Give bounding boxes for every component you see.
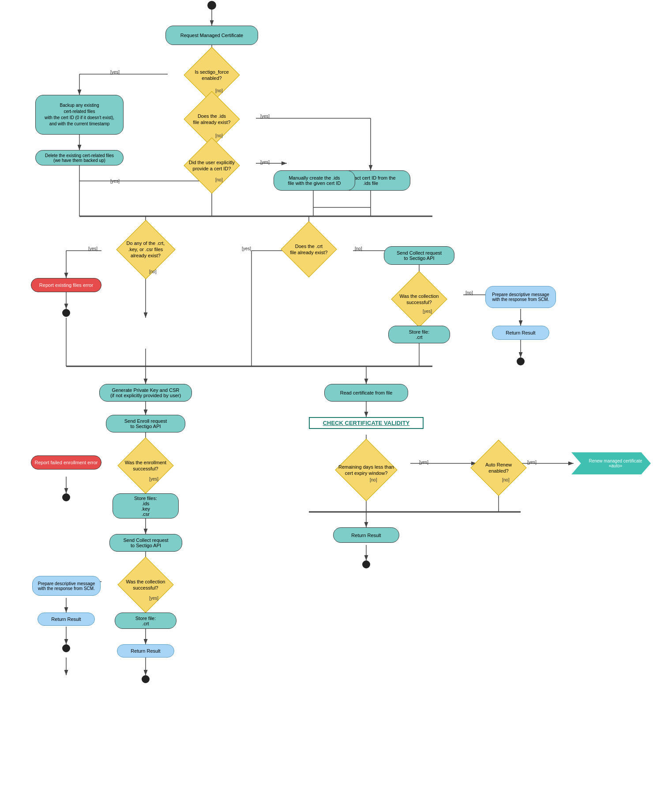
return-result-left-fail-node: Return Result <box>38 613 95 626</box>
return-result-right-node: Return Result <box>492 326 549 340</box>
any-exist-no-label: [no] <box>149 269 157 274</box>
store-crt-right-node: Store file:.crt <box>388 326 450 343</box>
does-crt-exist-diamond: Does the .crtfile already exist? <box>265 227 353 271</box>
terminal-existing-files <box>62 309 70 317</box>
sectigo-force-yes-label: [yes] <box>110 70 120 75</box>
does-ids-exist-diamond: Does the .idsfile already exist? <box>165 97 258 141</box>
read-cert-label: Read certificate from file <box>340 390 393 395</box>
store-ids-key-csr-label: Store files:.ids.key.csr <box>134 496 157 517</box>
manually-create-ids-label: Manually create the .idsfile with the gi… <box>288 175 341 186</box>
remaining-days-yes-label: [yes] <box>419 460 428 465</box>
check-cert-validity-label: CHECK CERTIFICATE VALIDITY <box>323 420 410 426</box>
return-result-right-label: Return Result <box>506 330 535 335</box>
any-exist-yes-label: [yes] <box>88 246 98 251</box>
read-cert-node: Read certificate from file <box>324 384 408 402</box>
store-crt-right-label: Store file:.crt <box>409 329 429 340</box>
generate-key-csr-node: Generate Private Key and CSR(if not expl… <box>99 384 192 402</box>
send-enroll-label: Send Enroll requestto Sectigo API <box>124 418 167 429</box>
collection-left-yes-label: [yes] <box>149 596 158 601</box>
user-provide-no-label: [no] <box>215 177 223 182</box>
return-result-left-fail-label: Return Result <box>51 617 81 622</box>
delete-existing-node: Delete the existing cert-related files(w… <box>35 150 124 165</box>
flowchart: Request Managed Certificate Is sectigo_f… <box>0 0 653 812</box>
request-managed-cert-label: Request Managed Certificate <box>180 33 243 38</box>
yes-label-ids-path: [yes] <box>110 179 120 184</box>
return-result-bottom-node: Return Result <box>333 527 399 543</box>
report-existing-files-label: Report existing files error <box>39 282 93 288</box>
start-terminal <box>207 1 216 10</box>
ids-no-label: [no] <box>215 133 223 138</box>
auto-renew-no-label: [no] <box>502 477 510 482</box>
send-collect-right-label: Send Collect requestto Sectigo API <box>397 250 442 261</box>
prepare-msg-left-node: Prepare descriptive messagewith the resp… <box>32 576 101 596</box>
check-cert-validity-node: CHECK CERTIFICATE VALIDITY <box>309 417 424 429</box>
terminal-failed-enrollment <box>62 493 70 501</box>
is-sectigo-force-diamond: Is sectigo_forceenabled? <box>168 53 256 97</box>
auto-renew-yes-label: [yes] <box>527 460 537 465</box>
send-collect-right-node: Send Collect requestto Sectigo API <box>384 246 454 265</box>
report-failed-enrollment-node: Report failed enrollment error <box>31 455 101 470</box>
renew-managed-node: Renew managed certificate«auto» <box>571 452 651 474</box>
store-crt-left-label: Store file:.crt <box>135 616 156 626</box>
return-result-bottom-label: Return Result <box>351 533 381 538</box>
prepare-msg-left-label: Prepare descriptive messagewith the resp… <box>38 581 95 591</box>
ids-yes-label: [yes] <box>260 114 270 119</box>
generate-key-csr-label: Generate Private Key and CSR(if not expl… <box>110 387 181 398</box>
report-failed-enrollment-label: Report failed enrollment error <box>34 460 98 465</box>
terminal-return-left-fail <box>62 644 70 652</box>
renew-managed-label: Renew managed certificate«auto» <box>580 459 642 468</box>
send-collect-left-label: Send Collect requestto Sectigo API <box>123 538 168 548</box>
prepare-msg-right-node: Prepare descriptive messagewith the resp… <box>485 286 556 308</box>
remaining-days-diamond: Remaining days less thancert expiry wind… <box>315 446 417 494</box>
request-managed-cert-node: Request Managed Certificate <box>165 26 258 45</box>
collection-right-yes-label: [yes] <box>423 309 432 314</box>
delete-existing-label: Delete the existing cert-related files(w… <box>45 153 114 163</box>
enrollment-yes-label: [yes] <box>149 477 158 481</box>
do-any-exist-diamond: Do any of the .crt,.key, or .csr filesal… <box>99 227 192 271</box>
return-result-left-ok-label: Return Result <box>131 648 160 654</box>
did-user-provide-diamond: Did the user explicitlyprovide a cert ID… <box>165 143 258 188</box>
terminal-return-left-ok <box>142 675 150 683</box>
backup-existing-label: Backup any existingcert-related fileswit… <box>45 102 114 127</box>
crt-exist-no-label: [no] <box>355 246 362 251</box>
terminal-bottom <box>362 560 370 568</box>
was-enrollment-diamond: Was the enrollmentsuccessful? <box>101 444 190 488</box>
return-result-left-ok-node: Return Result <box>117 644 174 658</box>
store-crt-left-node: Store file:.crt <box>115 613 176 629</box>
send-enroll-node: Send Enroll requestto Sectigo API <box>106 415 185 432</box>
manually-create-ids-node: Manually create the .idsfile with the gi… <box>274 170 355 191</box>
store-ids-key-csr-node: Store files:.ids.key.csr <box>113 493 179 519</box>
crt-exist-yes-label: [yes] <box>242 246 251 251</box>
terminal-return-right <box>517 357 525 365</box>
auto-renew-diamond: Auto Renewenabled? <box>459 446 538 490</box>
send-collect-left-node: Send Collect requestto Sectigo API <box>109 534 182 552</box>
was-collection-right-diamond: Was the collectionsuccessful? <box>375 277 463 321</box>
report-existing-files-node: Report existing files error <box>31 278 101 292</box>
sectigo-force-no-label: [no] <box>215 88 223 93</box>
collection-right-no-label: [no] <box>465 290 473 295</box>
prepare-msg-right-label: Prepare descriptive messagewith the resp… <box>492 292 549 302</box>
was-collection-left-diamond: Was the collectionsuccessful? <box>101 563 190 607</box>
backup-existing-node: Backup any existingcert-related fileswit… <box>35 95 124 135</box>
user-provide-yes-label: [yes] <box>260 160 270 165</box>
remaining-days-no-label: [no] <box>370 477 377 482</box>
